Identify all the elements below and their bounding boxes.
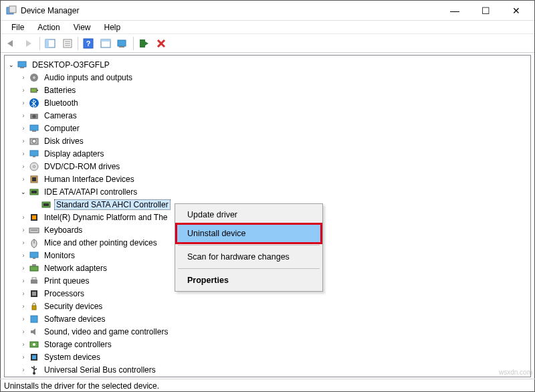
tree-root[interactable]: ⌄DESKTOP-O3FGFLP [5, 58, 530, 71]
tree-category-label: Audio inputs and outputs [42, 72, 134, 83]
context-update-driver[interactable]: Update driver [177, 205, 321, 224]
tree-category[interactable]: ›Sound, video and game controllers [5, 325, 530, 338]
menu-help[interactable]: Help [98, 21, 128, 33]
menu-view[interactable]: View [67, 21, 98, 33]
svg-rect-57 [32, 306, 36, 310]
expand-arrow-icon[interactable]: › [18, 87, 29, 94]
expand-arrow-icon[interactable]: › [18, 138, 29, 144]
tree-category[interactable]: ›Computer [5, 122, 530, 134]
tree-category[interactable]: ›Batteries [5, 84, 530, 96]
maximize-button[interactable]: ☐ [470, 1, 501, 21]
svg-rect-54 [32, 278, 36, 280]
svg-rect-15 [119, 46, 124, 47]
context-properties[interactable]: Properties [177, 271, 321, 290]
tree-category[interactable]: ›Storage controllers [5, 338, 530, 351]
context-menu: Update driver Uninstall device Scan for … [175, 203, 323, 292]
tree-category-label: Storage controllers [42, 339, 114, 350]
tree-category[interactable]: ›Human Interface Devices [5, 173, 530, 185]
svg-rect-1 [9, 6, 16, 13]
expand-arrow-icon[interactable]: › [18, 354, 29, 361]
context-uninstall-device[interactable]: Uninstall device [177, 224, 321, 243]
expand-arrow-icon[interactable]: › [18, 367, 29, 373]
tree-category[interactable]: ›Universal Serial Bus controllers [5, 363, 530, 376]
expand-arrow-icon[interactable]: › [18, 239, 29, 246]
properties-button[interactable] [60, 36, 76, 51]
svg-rect-25 [37, 90, 38, 91]
tree-category-label: Universal Serial Bus controllers [42, 365, 158, 375]
hid-icon [29, 174, 39, 185]
tree-category[interactable]: ⌄IDE ATA/ATAPI controllers [5, 185, 530, 198]
menu-action[interactable]: Action [31, 21, 66, 33]
svg-point-61 [33, 343, 35, 346]
cpu-icon [29, 288, 39, 299]
svg-rect-30 [32, 130, 36, 132]
monitor-icon [29, 250, 39, 261]
tree-category[interactable]: ›Audio inputs and outputs [5, 71, 530, 84]
toolbar: ? [1, 34, 534, 53]
expand-arrow-icon[interactable]: › [18, 290, 29, 297]
expand-arrow-icon[interactable]: › [18, 163, 29, 170]
minimize-button[interactable]: — [439, 1, 470, 21]
tree-category-label: Batteries [42, 85, 78, 96]
forward-button[interactable] [21, 36, 37, 51]
svg-rect-13 [101, 39, 110, 41]
expand-arrow-icon[interactable]: › [18, 125, 29, 132]
tree-category[interactable]: ›Disk drives [5, 134, 530, 147]
uninstall-device-button[interactable] [153, 36, 169, 51]
refresh-button[interactable] [98, 36, 114, 51]
svg-rect-50 [33, 258, 35, 259]
watermark: wsxdn.com [499, 369, 532, 376]
expand-arrow-icon[interactable]: ⌄ [6, 62, 17, 68]
svg-rect-34 [33, 156, 35, 157]
tree-category[interactable]: ›Cameras [5, 109, 530, 122]
expand-arrow-icon[interactable]: › [18, 316, 29, 322]
tree-category[interactable]: ›Security devices [5, 300, 530, 312]
enable-device-button[interactable] [136, 36, 152, 51]
tree-category-label: Bluetooth [42, 98, 80, 108]
expand-arrow-icon[interactable]: › [18, 74, 29, 81]
tree-category[interactable]: ›DVD/CD-ROM drives [5, 160, 530, 173]
expand-arrow-icon[interactable]: › [18, 303, 29, 310]
security-icon [29, 301, 39, 312]
display-icon [29, 149, 39, 159]
tree-category-label: Print queues [42, 276, 91, 286]
expand-arrow-icon[interactable]: › [18, 176, 29, 183]
tree-category[interactable]: ›Software devices [5, 312, 530, 325]
expand-arrow-icon[interactable]: › [18, 227, 29, 233]
show-hide-console-tree-button[interactable] [42, 36, 58, 51]
bluetooth-icon [29, 98, 39, 108]
context-scan-hardware[interactable]: Scan for hardware changes [177, 248, 321, 266]
expand-arrow-icon[interactable]: › [18, 278, 29, 284]
keyboard-icon [29, 225, 39, 235]
context-separator [178, 245, 320, 246]
expand-arrow-icon[interactable]: › [18, 341, 29, 348]
expand-arrow-icon[interactable]: › [18, 214, 29, 221]
expand-arrow-icon[interactable]: ⌄ [18, 189, 29, 195]
svg-point-28 [33, 114, 36, 118]
expand-arrow-icon[interactable]: › [18, 100, 29, 106]
tree-category-label: Sound, video and game controllers [42, 326, 170, 337]
tree-category[interactable]: ›Display adapters [5, 147, 530, 160]
expand-arrow-icon[interactable]: › [18, 328, 29, 335]
tree-category-label: Display adapters [42, 149, 106, 159]
tree-category-label: Cameras [42, 110, 79, 121]
tree-category-label: Disk drives [42, 136, 86, 146]
close-button[interactable]: ✕ [501, 1, 532, 21]
tree-category[interactable]: ›Bluetooth [5, 96, 530, 109]
expand-arrow-icon[interactable]: › [18, 151, 29, 157]
toolbar-separator [39, 37, 40, 50]
status-text: Uninstalls the driver for the selected d… [4, 381, 159, 391]
svg-rect-58 [31, 316, 37, 322]
tree-category-label: Mice and other pointing devices [42, 237, 159, 248]
tree-device-label: Standard SATA AHCI Controller [54, 199, 171, 210]
toolbar-separator [78, 37, 78, 50]
expand-arrow-icon[interactable]: › [18, 252, 29, 259]
expand-arrow-icon[interactable]: › [18, 265, 29, 272]
expand-arrow-icon[interactable]: › [18, 112, 29, 119]
help-button[interactable]: ? [80, 36, 96, 51]
tree-category-label: IDE ATA/ATAPI controllers [42, 187, 139, 197]
back-button[interactable] [4, 36, 20, 51]
menu-file[interactable]: File [5, 21, 31, 33]
scan-hardware-button[interactable] [115, 36, 131, 51]
tree-category[interactable]: ›System devices [5, 351, 530, 363]
